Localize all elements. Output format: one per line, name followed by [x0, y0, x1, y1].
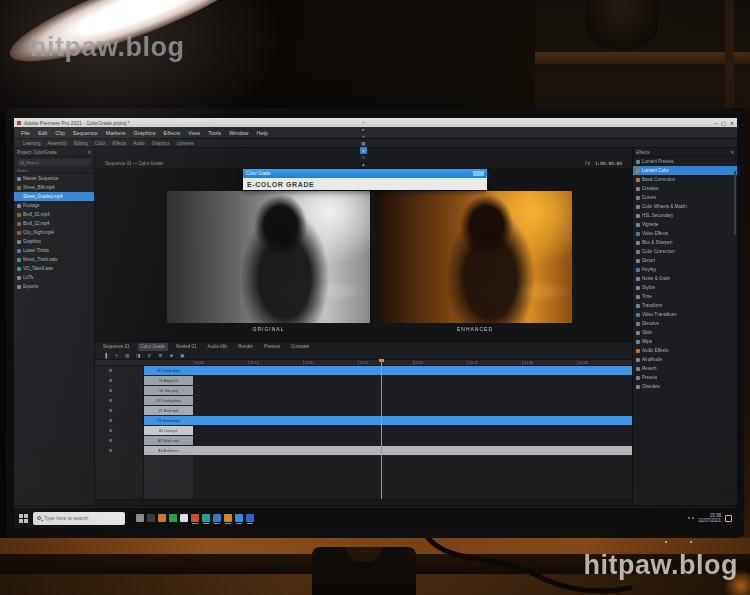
effects-item[interactable]: Basic Correction — [633, 175, 737, 184]
effects-item[interactable]: Transform — [633, 301, 737, 310]
menu-item[interactable]: Tools — [208, 130, 221, 136]
track-label[interactable]: A2 Music.wav — [144, 436, 193, 445]
fit-dropdown[interactable]: Fit — [585, 161, 590, 166]
effects-item[interactable]: Reverb — [633, 364, 737, 373]
track-toggle-icon[interactable] — [109, 379, 112, 382]
timeline-ruler[interactable]: 00:0000:1500:3000:4501:0001:1501:3001:45 — [95, 359, 632, 366]
track-toggle-icon[interactable] — [109, 389, 112, 392]
effects-item[interactable]: Noise & Grain — [633, 274, 737, 283]
project-item[interactable]: Lower Thirds — [14, 246, 94, 255]
dialog-button[interactable] — [473, 171, 484, 176]
timeline-tool-icon[interactable]: ◈ — [168, 352, 175, 359]
effects-item[interactable]: Dissolve — [633, 319, 737, 328]
taskbar-app-icon[interactable] — [213, 514, 221, 522]
effects-item[interactable]: Lumetri Color — [633, 166, 737, 175]
monitor-tool-icon[interactable]: ▦ — [360, 140, 367, 147]
menu-item[interactable]: Clip — [55, 130, 64, 136]
clock[interactable]: 15:38 22/07/2021 — [698, 513, 721, 524]
timeline-tab[interactable]: Preview — [261, 343, 283, 351]
track-toggle-icon[interactable] — [109, 409, 112, 412]
timeline-tool-icon[interactable]: ⊞ — [157, 352, 164, 359]
timeline-tab[interactable]: Nested 01 — [173, 343, 200, 351]
timeline-tab[interactable]: Sequence 01 — [100, 343, 133, 351]
effects-item[interactable]: Amplitude — [633, 355, 737, 364]
effects-item[interactable]: Color Wheels & Match — [633, 202, 737, 211]
timeline-tab[interactable]: Color Grade — [138, 343, 169, 351]
menu-item[interactable]: Help — [256, 130, 267, 136]
timeline-tab[interactable]: Render — [235, 343, 256, 351]
effects-item[interactable]: Vignette — [633, 220, 737, 229]
dialog-titlebar[interactable]: Color Grade — [243, 169, 487, 178]
project-item[interactable]: VO_Take3.wav — [14, 264, 94, 273]
workspace-tab[interactable]: Color — [95, 141, 106, 146]
effects-item[interactable]: HSL Secondary — [633, 211, 737, 220]
effects-item[interactable]: Video Effects — [633, 229, 737, 238]
effects-item[interactable]: Wipe — [633, 337, 737, 346]
timeline-clip[interactable] — [193, 376, 632, 385]
effects-item[interactable]: Color Correction — [633, 247, 737, 256]
effects-item[interactable]: Obsolete — [633, 382, 737, 391]
taskbar-app-icon[interactable] — [158, 514, 166, 522]
window-control-button[interactable]: ▢ — [721, 120, 726, 126]
menu-item[interactable]: Graphics — [134, 130, 156, 136]
track-label[interactable]: A1 Dialogue — [144, 426, 193, 435]
monitor-tool-icon[interactable]: □ — [360, 154, 367, 161]
track-label[interactable]: V6 Grade.layer — [144, 366, 193, 375]
tray-icons[interactable] — [688, 517, 694, 519]
project-item[interactable]: Broll_01.mp4 — [14, 210, 94, 219]
timeline-scrollbar[interactable] — [95, 499, 632, 505]
taskbar-app-icon[interactable] — [202, 514, 210, 522]
project-search-box[interactable]: Search — [17, 159, 91, 166]
timeline-tool-icon[interactable]: ▥ — [124, 352, 131, 359]
menu-item[interactable]: Markers — [106, 130, 126, 136]
project-item[interactable]: City_Night.mp4 — [14, 228, 94, 237]
taskbar-app-icon[interactable] — [169, 514, 177, 522]
project-item[interactable]: Street_BW.mp4 — [14, 183, 94, 192]
panel-menu-icon[interactable]: ≡ — [731, 150, 734, 155]
track-label[interactable]: A3 Ambience — [144, 446, 193, 455]
workspace-tab[interactable]: Graphics — [152, 141, 170, 146]
track-toggle-icon[interactable] — [109, 399, 112, 402]
timeline-tool-icon[interactable]: + — [113, 352, 120, 359]
workspace-tab[interactable]: Learning — [23, 141, 41, 146]
project-item[interactable]: Footage — [14, 201, 94, 210]
effects-item[interactable]: Video Transitions — [633, 310, 737, 319]
workspace-tab[interactable]: Assembly — [48, 141, 68, 146]
track-label[interactable]: V3 Overlay.mov — [144, 396, 193, 405]
start-button[interactable] — [19, 514, 28, 523]
timeline-tab[interactable]: Audio Mix — [205, 343, 231, 351]
track-toggle-icon[interactable] — [109, 419, 112, 422]
track-label[interactable]: V5 Adjust.01 — [144, 376, 193, 385]
effects-item[interactable]: Blur & Sharpen — [633, 238, 737, 247]
timeline-clip[interactable] — [193, 446, 632, 455]
window-control-button[interactable]: – — [714, 120, 717, 126]
effects-item[interactable]: Keying — [633, 265, 737, 274]
monitor-tool-icon[interactable]: ◆ — [360, 147, 367, 154]
track-toggle-icon[interactable] — [109, 439, 112, 442]
timeline-clip[interactable] — [193, 406, 632, 415]
effects-item[interactable]: Slide — [633, 328, 737, 337]
project-item[interactable]: Music_Track.wav — [14, 255, 94, 264]
menu-item[interactable]: Window — [229, 130, 249, 136]
menu-item[interactable]: File — [21, 130, 30, 136]
timeline-clip[interactable] — [193, 386, 632, 395]
effects-item[interactable]: Audio Effects — [633, 346, 737, 355]
timeline-clip[interactable] — [193, 416, 632, 425]
timeline-tool-icon[interactable]: ▣ — [179, 352, 186, 359]
menu-item[interactable]: Effects — [164, 130, 181, 136]
project-item[interactable]: LUTs — [14, 273, 94, 282]
effects-item[interactable]: Distort — [633, 256, 737, 265]
taskbar-app-icon[interactable] — [235, 514, 243, 522]
effects-item[interactable]: Curves — [633, 193, 737, 202]
effects-item[interactable]: Time — [633, 292, 737, 301]
track-toggle-icon[interactable] — [109, 429, 112, 432]
track-label[interactable]: V4 Title.png — [144, 386, 193, 395]
timeline-tool-icon[interactable]: ▐ — [102, 352, 109, 359]
timeline-clip[interactable] — [193, 426, 632, 435]
track-label[interactable]: V2 Broll.mp4 — [144, 406, 193, 415]
timeline-tool-icon[interactable]: ≋ — [146, 352, 153, 359]
scrollbar[interactable] — [734, 171, 736, 235]
effects-item[interactable]: Lumetri Presets — [633, 157, 737, 166]
taskbar-app-icon[interactable] — [246, 514, 254, 522]
timeline-tool-icon[interactable]: ◨ — [135, 352, 142, 359]
